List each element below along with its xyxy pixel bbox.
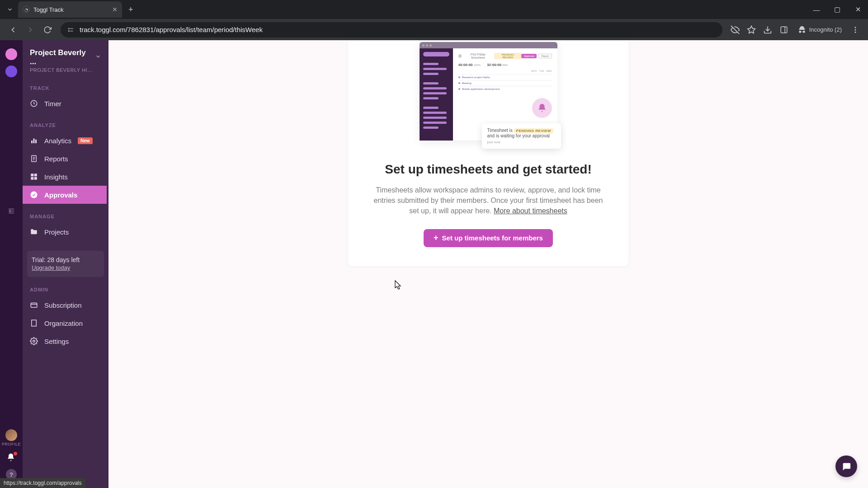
sidebar-item-label: Projects [44, 228, 69, 236]
new-tab-button[interactable]: + [128, 5, 133, 14]
bookmark-star-icon[interactable] [744, 23, 759, 37]
svg-rect-26 [34, 177, 37, 180]
site-settings-icon[interactable] [67, 26, 75, 34]
illus-row: Meeting [462, 82, 472, 84]
rail-profile-label: PROFILE [2, 442, 21, 446]
chat-launcher-button[interactable] [835, 455, 857, 477]
sidebar-item-settings[interactable]: Settings [23, 332, 108, 350]
window-maximize[interactable]: ▢ [831, 3, 844, 16]
illus-day: WED [547, 70, 552, 72]
folder-icon [30, 228, 38, 236]
trial-banner: Trial: 28 days left Upgrade today [27, 251, 104, 277]
downloads-icon[interactable] [760, 23, 775, 37]
svg-rect-7 [781, 27, 787, 33]
sidebar-item-subscription[interactable]: Subscription [23, 296, 108, 314]
eye-off-icon[interactable] [728, 23, 742, 37]
svg-point-11 [855, 31, 856, 33]
illus-day: MON [531, 70, 537, 72]
browser-tab-active[interactable]: ◔ Toggl Track ✕ [18, 1, 122, 18]
building-icon [30, 319, 38, 327]
sidebar-item-analytics[interactable]: Analytics New [23, 131, 108, 150]
sidebar-collapse-button[interactable] [5, 205, 18, 217]
sidebar-item-insights[interactable]: Insights [23, 168, 108, 186]
illus-row: Research project Alpha [462, 76, 490, 79]
grid-icon [30, 173, 38, 181]
sidebar-item-label: Settings [44, 338, 69, 345]
workspace-switcher[interactable]: Project Beverly ... PROJECT BEVERLY HI… [23, 47, 108, 75]
browser-chrome: ◔ Toggl Track ✕ + — ▢ ✕ track.toggl.com/… [0, 0, 868, 40]
side-rail: PROFILE ? [0, 40, 23, 488]
svg-point-35 [33, 340, 35, 343]
plus-icon: + [434, 233, 439, 243]
address-bar[interactable]: track.toggl.com/7862831/approvals/list/t… [61, 22, 722, 38]
status-bar-url: https://track.toggl.com/approvals [0, 478, 85, 488]
illus-tip-pre: Timesheet is [487, 128, 513, 133]
window-close[interactable]: ✕ [852, 3, 864, 16]
svg-point-27 [31, 192, 38, 198]
document-icon [30, 155, 38, 163]
nav-back-button[interactable] [5, 22, 21, 38]
main-content: Phil Phillar timesheet PENDING REVIEW Ap… [108, 40, 868, 488]
address-bar-url: track.toggl.com/7862831/approvals/list/t… [80, 26, 263, 33]
sidebar-item-projects[interactable]: Projects [23, 223, 108, 241]
svg-rect-23 [31, 174, 33, 176]
tab-search-dropdown[interactable] [5, 4, 15, 15]
new-badge: New [78, 137, 93, 144]
section-label-analyze: ANALYZE [23, 113, 108, 131]
incognito-icon [797, 25, 807, 34]
empty-body-text: Timesheets allow workspace admins to rev… [374, 186, 603, 215]
browser-toolbar: track.toggl.com/7862831/approvals/list/t… [0, 19, 868, 40]
chrome-menu-icon[interactable] [848, 23, 863, 37]
app-root: PROFILE ? Project Beverly ... PROJECT BE… [0, 40, 868, 488]
illus-stat1: 40:00:00 [458, 63, 473, 67]
illus-stat2-pct: 80% [502, 64, 508, 66]
sidebar-item-reports[interactable]: Reports [23, 150, 108, 168]
svg-rect-25 [31, 177, 33, 180]
illus-reject: Reject [538, 54, 552, 58]
side-panel-icon[interactable] [777, 23, 791, 37]
illus-stat2: 32:00:00 [487, 63, 501, 67]
chevron-down-icon [95, 53, 101, 61]
sidebar-item-label: Approvals [44, 191, 77, 199]
check-circle-icon [30, 191, 38, 199]
illus-tip-badge: PENDING REVIEW [514, 128, 553, 133]
empty-body: Timesheets allow workspace admins to rev… [371, 185, 606, 216]
empty-heading: Set up timesheets and get started! [366, 162, 610, 177]
nav-reload-button[interactable] [40, 22, 55, 38]
rail-app-other[interactable] [5, 66, 17, 77]
sidebar-item-label: Reports [44, 155, 68, 163]
illus-pending-badge: PENDING REVIEW [494, 53, 521, 59]
setup-timesheets-button[interactable]: + Set up timesheets for members [424, 229, 553, 247]
incognito-label: Incognito (2) [809, 26, 842, 33]
section-label-manage: MANAGE [23, 204, 108, 223]
more-about-link[interactable]: More about timesheets [494, 207, 567, 215]
svg-rect-24 [34, 174, 37, 176]
gear-icon [30, 337, 38, 345]
incognito-indicator[interactable]: Incognito (2) [793, 23, 846, 37]
sidebar-item-label: Subscription [44, 301, 82, 309]
nav-forward-button[interactable] [23, 22, 38, 38]
notifications-button[interactable] [6, 453, 16, 463]
svg-rect-18 [35, 140, 37, 143]
sidebar-item-organization[interactable]: Organization [23, 314, 108, 332]
empty-state-card: Phil Phillar timesheet PENDING REVIEW Ap… [348, 40, 628, 266]
workspace-subtitle: PROJECT BEVERLY HI… [30, 67, 101, 73]
window-minimize[interactable]: — [810, 3, 823, 16]
rail-profile[interactable]: PROFILE [2, 429, 21, 446]
illus-row: Mobile application development [462, 88, 500, 90]
sidebar-item-approvals[interactable]: Approvals [23, 186, 107, 204]
svg-point-10 [855, 29, 856, 30]
illus-approve: Approve [521, 54, 537, 58]
svg-rect-28 [31, 303, 37, 308]
svg-point-1 [68, 30, 69, 31]
upgrade-link[interactable]: Upgrade today [32, 264, 70, 271]
svg-point-0 [68, 28, 69, 29]
trial-title: Trial: 28 days left [32, 256, 99, 263]
rail-app-track[interactable] [5, 48, 17, 60]
avatar [5, 429, 17, 441]
section-label-admin: ADMIN [23, 277, 108, 296]
card-icon [30, 301, 38, 309]
tab-close-icon[interactable]: ✕ [112, 6, 118, 13]
tab-bar: ◔ Toggl Track ✕ + — ▢ ✕ [0, 0, 868, 19]
sidebar-item-timer[interactable]: Timer [23, 94, 108, 113]
